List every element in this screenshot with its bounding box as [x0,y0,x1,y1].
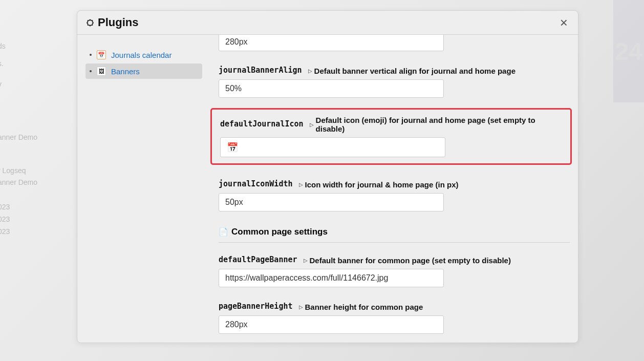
bullet-icon [90,54,92,56]
modal-title: Plugins [85,16,138,29]
setting-description: Banner height for common page [305,303,423,311]
calendar-plugin-icon: 📅 [97,50,106,59]
setting-key: defaultPageBanner [219,255,297,264]
banners-plugin-icon: 🖼 [97,67,106,76]
close-icon: × [560,15,568,30]
setting-description: Default banner for common page (set empt… [310,256,511,265]
bg-text: anner Demo [0,178,37,186]
bullet-icon [90,70,92,72]
setting-journal-icon-width: journalIconWidth ▷ Icon width for journa… [219,175,570,211]
setting-banner-height [219,35,570,51]
plugin-sidebar: 📅 Journals calendar 🖼 Banners [77,35,210,343]
section-common-page-settings: 📄 Common page settings [219,222,570,243]
settings-content[interactable]: journalBannerAlign ▷ Default banner vert… [210,35,578,343]
setting-page-banner-height: pageBannerHeight ▷ Banner height for com… [219,298,570,334]
journal-banner-align-input[interactable] [219,79,444,98]
setting-journal-banner-align: journalBannerAlign ▷ Default banner vert… [219,61,570,98]
bg-text: ds [0,42,6,50]
setting-header: journalBannerAlign ▷ Default banner vert… [219,66,570,75]
bg-decoration: 24 [613,0,644,102]
setting-description: Icon width for journal & home page (in p… [305,180,459,189]
setting-default-page-banner: defaultPageBanner ▷ Default banner for c… [219,251,570,287]
setting-header: pageBannerHeight ▷ Banner height for com… [219,302,570,311]
caret-icon: ▷ [299,304,303,310]
setting-header: journalIconWidth ▷ Icon width for journa… [219,179,570,189]
caret-icon: ▷ [308,68,312,74]
sidebar-item-banners[interactable]: 🖼 Banners [85,63,202,79]
bg-text: r Logseq [0,166,26,175]
caret-icon: ▷ [310,122,314,128]
modal-header: Plugins × [77,11,578,35]
setting-header: defaultJournalIcon ▷ Default icon (emoji… [220,116,562,133]
caret-icon: ▷ [299,182,303,187]
setting-key: journalBannerAlign [219,66,302,75]
highlighted-setting: defaultJournalIcon ▷ Default icon (emoji… [210,108,572,165]
default-journal-icon-input[interactable] [220,137,445,157]
close-button[interactable]: × [558,16,570,29]
default-page-banner-input[interactable] [219,269,444,287]
caret-icon: ▷ [304,258,308,263]
sidebar-item-journals-calendar[interactable]: 📅 Journals calendar [85,47,202,62]
bg-text: 023 [0,203,10,211]
modal-title-text: Plugins [98,16,138,29]
section-title: Common page settings [231,227,328,237]
setting-description: Default banner vertical align for journa… [314,67,516,75]
setting-description: Default icon (emoji) for journal and hom… [316,116,562,133]
sidebar-item-label[interactable]: Journals calendar [111,51,171,59]
bg-text: 023 [0,215,10,223]
journal-icon-width-input[interactable] [219,193,444,211]
page-icon: 📄 [219,227,228,237]
setting-key: pageBannerHeight [219,302,293,311]
bg-text: s. [0,59,4,68]
banner-height-input[interactable] [219,35,444,51]
bg-text: v [0,80,2,88]
modal-body: 📅 Journals calendar 🖼 Banners journalBan… [77,35,578,343]
sidebar-item-label[interactable]: Banners [111,67,140,76]
puzzle-icon [85,18,95,27]
setting-default-journal-icon: defaultJournalIcon ▷ Default icon (emoji… [220,116,562,157]
setting-key: journalIconWidth [219,179,293,188]
setting-header: defaultPageBanner ▷ Default banner for c… [219,255,570,265]
setting-key: defaultJournalIcon [220,119,304,129]
bg-text: anner Demo [0,133,37,141]
bg-text: 023 [0,227,10,236]
plugins-settings-modal: Plugins × 📅 Journals calendar 🖼 Banners [77,10,578,343]
page-banner-height-input[interactable] [219,315,444,334]
